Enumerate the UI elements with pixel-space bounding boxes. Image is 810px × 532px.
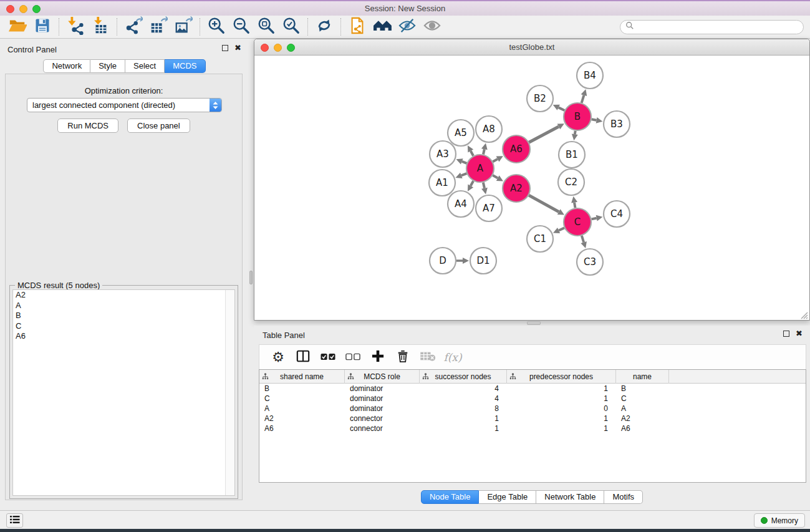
show-all-button[interactable]	[420, 17, 445, 37]
graph-edge-C-C2[interactable]	[574, 203, 575, 208]
save-session-button[interactable]	[30, 17, 55, 37]
table-cell[interactable]: A6	[616, 423, 669, 433]
table-cell[interactable]: 1	[420, 414, 507, 423]
table-cell[interactable]: connector	[345, 414, 420, 423]
mcds-result-item[interactable]: C	[13, 321, 234, 332]
zoom-network-window-button[interactable]	[287, 44, 295, 52]
hide-selected-button[interactable]	[395, 17, 420, 37]
new-network-from-selection-button[interactable]	[345, 17, 370, 37]
export-network-button[interactable]	[121, 17, 146, 37]
graph-edge-B-B2[interactable]	[559, 107, 565, 110]
graph-node-C4[interactable]: C4	[604, 201, 630, 227]
show-columns-button[interactable]	[292, 347, 314, 367]
graph-node-B3[interactable]: B3	[604, 111, 630, 137]
graph-node-D[interactable]: D	[430, 248, 456, 274]
table-cell[interactable]: 4	[420, 394, 507, 404]
table-cell[interactable]: B	[259, 384, 345, 394]
import-network-button[interactable]	[63, 17, 88, 37]
select-all-columns-button[interactable]	[317, 347, 339, 367]
open-session-button[interactable]	[5, 17, 30, 37]
column-header-successor-nodes[interactable]: successor nodes	[420, 370, 507, 384]
memory-button[interactable]: Memory	[754, 513, 805, 528]
mcds-result-item[interactable]: A	[13, 301, 234, 311]
zoom-in-button[interactable]	[204, 17, 229, 37]
graph-node-A5[interactable]: A5	[448, 120, 474, 146]
graph-edge-B-B1[interactable]	[575, 131, 576, 135]
criterion-dropdown[interactable]: largest connected component (directed)	[27, 98, 222, 112]
network-window-titlebar[interactable]: testGlobe.txt	[254, 39, 809, 56]
graph-edge-A-A6[interactable]	[493, 159, 498, 162]
graph-edge-C-C3[interactable]	[582, 236, 584, 243]
graph-edge-A-A4[interactable]	[471, 181, 473, 186]
close-panel-button[interactable]: Close panel	[127, 118, 190, 133]
export-table-button[interactable]	[146, 17, 171, 37]
table-cell[interactable]: 1	[507, 394, 616, 404]
table-cell[interactable]: 1	[420, 423, 507, 433]
graph-edge-B-B3[interactable]	[592, 119, 597, 120]
mcds-result-item[interactable]: B	[13, 311, 234, 321]
graph-node-A4[interactable]: A4	[448, 191, 474, 217]
mcds-result-item[interactable]: A2	[13, 290, 234, 301]
table-cell[interactable]: 1	[507, 423, 616, 433]
graph-node-A2[interactable]: A2	[503, 175, 530, 202]
close-panel-icon[interactable]: ✖	[234, 45, 241, 51]
task-history-button[interactable]	[6, 513, 23, 528]
close-panel-icon[interactable]: ✖	[796, 331, 803, 337]
vertical-splitter[interactable]	[249, 39, 254, 510]
unselect-all-columns-button[interactable]	[342, 347, 364, 367]
graph-node-C[interactable]: C	[564, 208, 591, 236]
minimize-network-window-button[interactable]	[274, 44, 282, 52]
network-canvas[interactable]: B4B2BB3A5A8A6B1A3AC2A1A2A4A7C4CC1C3DD1	[255, 56, 809, 320]
horizontal-splitter[interactable]	[254, 321, 810, 326]
table-cell[interactable]: A2	[616, 414, 669, 423]
graph-edge-B-B4[interactable]	[582, 95, 584, 103]
tab-mcds[interactable]: MCDS	[165, 59, 205, 73]
graph-edge-A2-C[interactable]	[529, 195, 559, 211]
graph-node-C3[interactable]: C3	[577, 249, 603, 275]
table-row[interactable]: Adominator80A	[259, 404, 806, 414]
tab-style[interactable]: Style	[90, 59, 125, 73]
graph-node-C1[interactable]: C1	[527, 226, 553, 252]
table-cell[interactable]: A	[616, 404, 669, 414]
zoom-window-button[interactable]	[32, 5, 41, 13]
import-table-button[interactable]	[88, 17, 113, 37]
table-row[interactable]: A2connector11A2	[259, 414, 806, 423]
table-cell[interactable]: 1	[507, 414, 616, 423]
graph-node-A6[interactable]: A6	[503, 135, 530, 163]
table-cell[interactable]: A2	[259, 414, 345, 423]
create-column-button[interactable]	[367, 347, 389, 367]
graph-node-D1[interactable]: D1	[470, 248, 496, 274]
graph-edge-A-A2[interactable]	[493, 175, 498, 178]
column-header-predecessor-nodes[interactable]: predecessor nodes	[507, 370, 616, 384]
column-header-name[interactable]: name	[616, 370, 669, 384]
float-panel-icon[interactable]	[222, 45, 228, 51]
column-header-shared-name[interactable]: shared name	[259, 370, 345, 384]
table-cell[interactable]: 0	[507, 404, 616, 414]
graph-node-B1[interactable]: B1	[559, 142, 585, 168]
table-row[interactable]: A6connector11A6	[259, 423, 806, 433]
float-panel-icon[interactable]	[783, 331, 789, 337]
zoom-out-button[interactable]	[229, 17, 254, 37]
delete-columns-button[interactable]	[392, 347, 414, 367]
graph-node-C2[interactable]: C2	[558, 169, 584, 195]
export-image-button[interactable]	[171, 17, 196, 37]
tab-select[interactable]: Select	[125, 59, 165, 73]
table-cell[interactable]: dominator	[345, 394, 420, 404]
table-cell[interactable]: 1	[507, 384, 616, 394]
close-window-button[interactable]	[6, 5, 14, 13]
graph-edge-A6-B[interactable]	[529, 127, 559, 142]
table-cell[interactable]: 4	[420, 384, 507, 394]
graph-node-A3[interactable]: A3	[430, 141, 456, 167]
graph-edge-A-A1[interactable]	[461, 173, 467, 175]
table-cell[interactable]: dominator	[345, 384, 420, 394]
apply-layout-button[interactable]	[312, 17, 337, 37]
graph-edge-A-A3[interactable]	[462, 162, 467, 163]
resize-grip-icon[interactable]	[799, 311, 808, 319]
table-cell[interactable]: C	[259, 394, 345, 404]
graph-node-B2[interactable]: B2	[527, 85, 553, 112]
tab-network-table[interactable]: Network Table	[536, 490, 604, 504]
table-cell[interactable]: B	[616, 384, 669, 394]
graph-node-A[interactable]: A	[466, 155, 494, 182]
search-field[interactable]	[620, 20, 804, 34]
splitter-handle[interactable]	[527, 321, 541, 325]
